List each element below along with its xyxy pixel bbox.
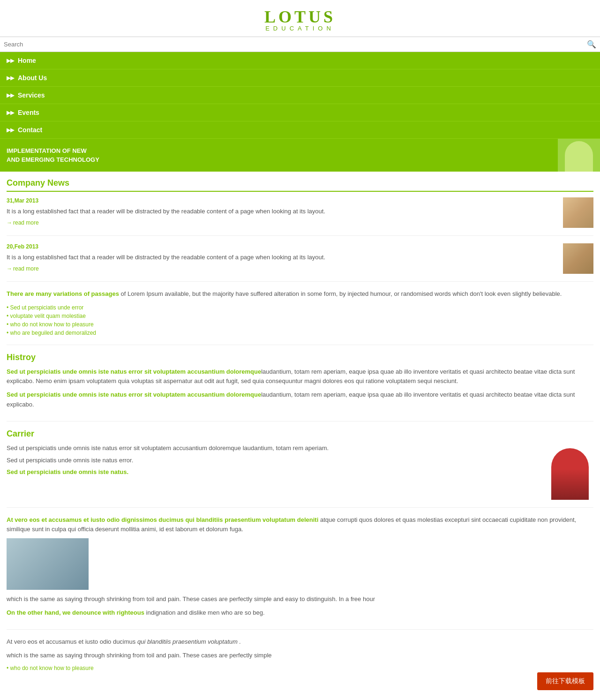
carrier-section: Carrier Sed ut perspiciatis unde omnis i… bbox=[7, 429, 593, 508]
carrier-para1: Sed ut perspiciatis unde omnis iste natu… bbox=[7, 444, 537, 453]
banner-image bbox=[558, 139, 600, 172]
histroy-section: Histroy Sed ut perspiciatis unde omnis i… bbox=[7, 353, 593, 422]
list-item: who do not know how to pleasure bbox=[7, 320, 593, 329]
carrier-para3: Sed ut perspiciatis unde omnis iste natu… bbox=[7, 468, 537, 475]
site-header: LOTUS EDUCATION bbox=[0, 0, 600, 37]
nav-item-label: Contact bbox=[18, 126, 42, 134]
histroy-title: Histroy bbox=[7, 353, 593, 362]
carrier-wrap: Sed ut perspiciatis unde omnis iste natu… bbox=[7, 444, 593, 500]
histroy-para2: Sed ut perspiciatis unde omnis iste natu… bbox=[7, 390, 593, 410]
read-more-link[interactable]: read more bbox=[7, 265, 39, 272]
atvero-para1: At vero eos et accusamus et iusto odio d… bbox=[7, 515, 593, 535]
sidebar-item-about[interactable]: ▶▶About Us bbox=[0, 69, 600, 87]
banner-line2: AND EMERGING TECHNOLOGY bbox=[7, 155, 99, 165]
atvero-photo bbox=[7, 538, 89, 590]
search-input[interactable] bbox=[4, 41, 587, 48]
nav-item-label: About Us bbox=[18, 74, 47, 82]
read-more-link[interactable]: read more bbox=[7, 219, 39, 226]
bottom-section: At vero eos et accusamus et iusto odio d… bbox=[7, 637, 593, 700]
carrier-para2: Sed ut perspiciatis unde omnis iste natu… bbox=[7, 456, 537, 466]
atvero-p1-bold: At vero eos et accusamus et iusto odio d… bbox=[7, 516, 318, 523]
sidebar-item-events[interactable]: ▶▶Events bbox=[0, 104, 600, 121]
nav-item-label: Events bbox=[18, 109, 39, 116]
news-content: 31,Mar 2013 It is a long established fac… bbox=[7, 197, 563, 226]
search-bar: 🔍 bbox=[0, 37, 600, 52]
atvero-para3: On the other hand, we denounce with righ… bbox=[7, 608, 593, 618]
passages-intro: There are many variations of passages of… bbox=[7, 289, 593, 299]
download-button[interactable]: 前往下载模板 bbox=[537, 672, 593, 690]
passages-rest: of Lorem Ipsum available, but the majori… bbox=[119, 290, 562, 297]
nav-arrow-icon: ▶▶ bbox=[7, 92, 14, 98]
nav-arrow-icon: ▶▶ bbox=[7, 75, 14, 81]
nav-arrow-icon: ▶▶ bbox=[7, 127, 14, 133]
logo-sub: EDUCATION bbox=[0, 25, 600, 32]
histroy-p1-bold: Sed ut perspiciatis unde omnis iste natu… bbox=[7, 368, 261, 375]
atvero-section: At vero eos et accusamus et iusto odio d… bbox=[7, 515, 593, 630]
atvero-para2: which is the same as saying through shri… bbox=[7, 595, 593, 604]
news-content: 20,Feb 2013 It is a long established fac… bbox=[7, 243, 563, 272]
sidebar-item-home[interactable]: ▶▶Home bbox=[0, 52, 600, 69]
news-date: 31,Mar 2013 bbox=[7, 197, 554, 204]
bottom-p1-text: At vero eos et accusamus et iusto odio d… bbox=[7, 638, 135, 645]
company-news-title: Company News bbox=[7, 178, 593, 192]
news-text: It is a long established fact that a rea… bbox=[7, 253, 554, 262]
company-news-section: Company News 31,Mar 2013 It is a long es… bbox=[7, 178, 593, 282]
carrier-text-col: Sed ut perspiciatis unde omnis iste natu… bbox=[7, 444, 547, 500]
nav-arrow-icon: ▶▶ bbox=[7, 58, 14, 64]
nav-item-label: Services bbox=[18, 91, 45, 99]
sidebar-item-contact[interactable]: ▶▶Contact bbox=[0, 121, 600, 139]
sidebar-item-services[interactable]: ▶▶Services bbox=[0, 87, 600, 104]
atvero-image-row bbox=[7, 538, 593, 590]
carrier-image bbox=[547, 444, 593, 500]
nav-arrow-icon: ▶▶ bbox=[7, 110, 14, 116]
news-text: It is a long established fact that a rea… bbox=[7, 207, 554, 216]
search-icon[interactable]: 🔍 bbox=[587, 40, 596, 49]
passages-section: There are many variations of passages of… bbox=[7, 289, 593, 345]
atvero-p3-bold: On the other hand, we denounce with righ… bbox=[7, 609, 144, 616]
carrier-title: Carrier bbox=[7, 429, 593, 439]
list-item: who are beguiled and demoralized bbox=[7, 329, 593, 337]
histroy-p2-bold: Sed ut perspiciatis unde omnis iste natu… bbox=[7, 391, 261, 398]
bottom-para1: At vero eos et accusamus et iusto odio d… bbox=[7, 637, 593, 647]
passages-highlight: There are many variations of passages bbox=[7, 290, 119, 297]
news-item: 31,Mar 2013 It is a long established fac… bbox=[7, 197, 593, 236]
news-item: 20,Feb 2013 It is a long established fac… bbox=[7, 243, 593, 282]
nav-item-label: Home bbox=[18, 57, 36, 64]
list-item: Sed ut perspiciatis unde error bbox=[7, 303, 593, 312]
logo-main: LOTUS bbox=[0, 7, 600, 27]
bottom-para2: which is the same as saying through shri… bbox=[7, 651, 593, 661]
list-item: who do not know how to pleasure bbox=[7, 664, 593, 672]
main-content: Company News 31,Mar 2013 It is a long es… bbox=[0, 172, 600, 700]
download-btn-wrap: 前往下载模板 bbox=[7, 672, 593, 690]
histroy-para1: Sed ut perspiciatis unde omnis iste natu… bbox=[7, 367, 593, 387]
main-nav: ▶▶Home▶▶About Us▶▶Services▶▶Events▶▶Cont… bbox=[0, 52, 600, 139]
news-thumbnail bbox=[563, 243, 593, 274]
bottom-p1-italic: qui blanditiis praesentium voluptatum . bbox=[135, 638, 241, 645]
banner-line1: IMPLEMENTATION OF NEW bbox=[7, 146, 99, 156]
news-date: 20,Feb 2013 bbox=[7, 243, 554, 250]
list-item: voluptate velit quam molestiae bbox=[7, 312, 593, 320]
banner: IMPLEMENTATION OF NEW AND EMERGING TECHN… bbox=[0, 139, 600, 172]
atvero-p3-rest: indignation and dislike men who are so b… bbox=[144, 609, 265, 616]
news-thumbnail bbox=[563, 197, 593, 228]
